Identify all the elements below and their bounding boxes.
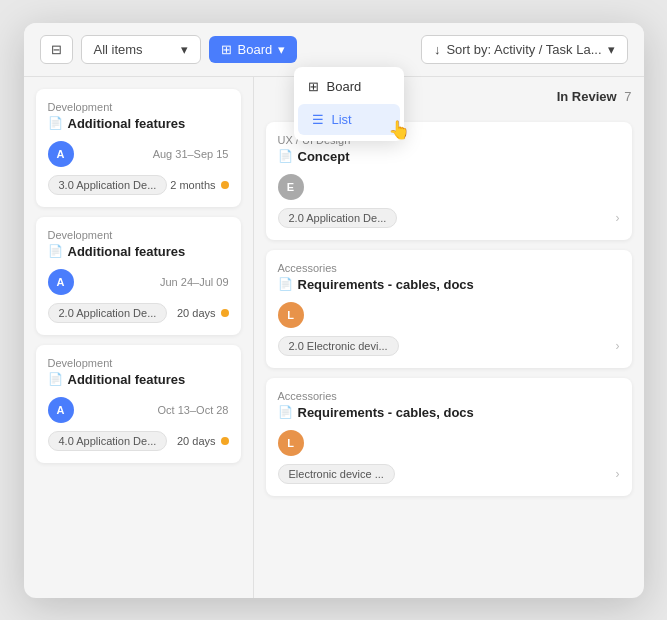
card-2-meta: A Jun 24–Jul 09 [48, 269, 229, 295]
sort-chevron-icon: ▾ [608, 42, 615, 57]
status-dot [221, 181, 229, 189]
board-option-label: Board [327, 79, 362, 94]
doc-icon: 📄 [48, 116, 63, 130]
card-1-tag: 3.0 Application De... [48, 175, 168, 195]
task-card-3[interactable]: Development 📄 Additional features A Oct … [36, 345, 241, 463]
board-button[interactable]: ⊞ Board ▾ [209, 36, 298, 63]
status-dot-3 [221, 437, 229, 445]
list-option-label: List [332, 112, 352, 127]
card-1-date: Aug 31–Sep 15 [153, 148, 229, 160]
review-doc-icon-2: 📄 [278, 277, 293, 291]
card-1-category: Development [48, 101, 229, 113]
review-card-2-footer: 2.0 Electronic devi... › [278, 336, 620, 356]
card-1-duration: 2 months [170, 179, 228, 191]
card-1-title: 📄 Additional features [48, 116, 229, 131]
review-card-3-meta: L [278, 430, 620, 456]
right-column: In Review 7 UX / UI Design 📄 Concept E 2… [254, 77, 644, 598]
review-card-3-title: 📄 Requirements - cables, docs [278, 405, 620, 420]
filter-icon: ⊟ [51, 42, 62, 57]
status-dot-2 [221, 309, 229, 317]
review-card-1-avatar: E [278, 174, 304, 200]
review-card-3-avatar: L [278, 430, 304, 456]
board-option-icon: ⊞ [308, 79, 319, 94]
card-3-duration: 20 days [177, 435, 229, 447]
view-dropdown: ⊞ Board ☰ List 👆 [294, 67, 404, 141]
review-card-2-avatar: L [278, 302, 304, 328]
board-chevron-icon: ▾ [278, 42, 285, 57]
doc-icon-3: 📄 [48, 372, 63, 386]
review-card-1-footer: 2.0 Application De... › [278, 208, 620, 228]
task-card-1[interactable]: Development 📄 Additional features A Aug … [36, 89, 241, 207]
all-items-select[interactable]: All items ▾ [81, 35, 201, 64]
review-card-1-meta: E [278, 174, 620, 200]
board-grid-icon: ⊞ [221, 42, 232, 57]
card-3-title: 📄 Additional features [48, 372, 229, 387]
card-3-tag: 4.0 Application De... [48, 431, 168, 451]
review-card-1-title: 📄 Concept [278, 149, 620, 164]
review-card-1-tag: 2.0 Application De... [278, 208, 398, 228]
card-2-footer: 2.0 Application De... 20 days [48, 303, 229, 323]
review-doc-icon-3: 📄 [278, 405, 293, 419]
main-window: ⊟ All items ▾ ⊞ Board ▾ ↓ Sort by: Activ… [24, 23, 644, 598]
left-column: Development 📄 Additional features A Aug … [24, 77, 254, 598]
review-doc-icon-1: 📄 [278, 149, 293, 163]
cursor-icon: 👆 [388, 119, 410, 141]
card-2-category: Development [48, 229, 229, 241]
card-3-category: Development [48, 357, 229, 369]
review-card-3-tag: Electronic device ... [278, 464, 395, 484]
board-label: Board [238, 42, 273, 57]
review-card-2-tag: 2.0 Electronic devi... [278, 336, 399, 356]
card-2-date: Jun 24–Jul 09 [160, 276, 229, 288]
card-3-avatar: A [48, 397, 74, 423]
card-2-tag: 2.0 Application De... [48, 303, 168, 323]
dropdown-board-item[interactable]: ⊞ Board [294, 71, 404, 102]
chevron-right-icon-2: › [616, 339, 620, 353]
chevron-right-icon-3: › [616, 467, 620, 481]
task-card-2[interactable]: Development 📄 Additional features A Jun … [36, 217, 241, 335]
sort-label: Sort by: Activity / Task La... [446, 42, 601, 57]
review-card-3[interactable]: Accessories 📄 Requirements - cables, doc… [266, 378, 632, 496]
card-1-footer: 3.0 Application De... 2 months [48, 175, 229, 195]
card-2-title: 📄 Additional features [48, 244, 229, 259]
card-1-meta: A Aug 31–Sep 15 [48, 141, 229, 167]
content-area: Development 📄 Additional features A Aug … [24, 77, 644, 598]
sort-button[interactable]: ↓ Sort by: Activity / Task La... ▾ [421, 35, 628, 64]
card-2-duration: 20 days [177, 307, 229, 319]
card-3-footer: 4.0 Application De... 20 days [48, 431, 229, 451]
all-items-label: All items [94, 42, 143, 57]
review-card-2[interactable]: Accessories 📄 Requirements - cables, doc… [266, 250, 632, 368]
chevron-down-icon: ▾ [181, 42, 188, 57]
review-card-3-footer: Electronic device ... › [278, 464, 620, 484]
chevron-right-icon-1: › [616, 211, 620, 225]
dropdown-list-item[interactable]: ☰ List 👆 [298, 104, 400, 135]
card-1-avatar: A [48, 141, 74, 167]
review-card-3-category: Accessories [278, 390, 620, 402]
review-card-2-title: 📄 Requirements - cables, docs [278, 277, 620, 292]
card-2-avatar: A [48, 269, 74, 295]
card-3-date: Oct 13–Oct 28 [158, 404, 229, 416]
doc-icon-2: 📄 [48, 244, 63, 258]
review-card-2-meta: L [278, 302, 620, 328]
sort-arrow-icon: ↓ [434, 42, 441, 57]
card-3-meta: A Oct 13–Oct 28 [48, 397, 229, 423]
review-card-2-category: Accessories [278, 262, 620, 274]
list-option-icon: ☰ [312, 112, 324, 127]
toolbar: ⊟ All items ▾ ⊞ Board ▾ ↓ Sort by: Activ… [24, 23, 644, 77]
filter-button[interactable]: ⊟ [40, 35, 73, 64]
